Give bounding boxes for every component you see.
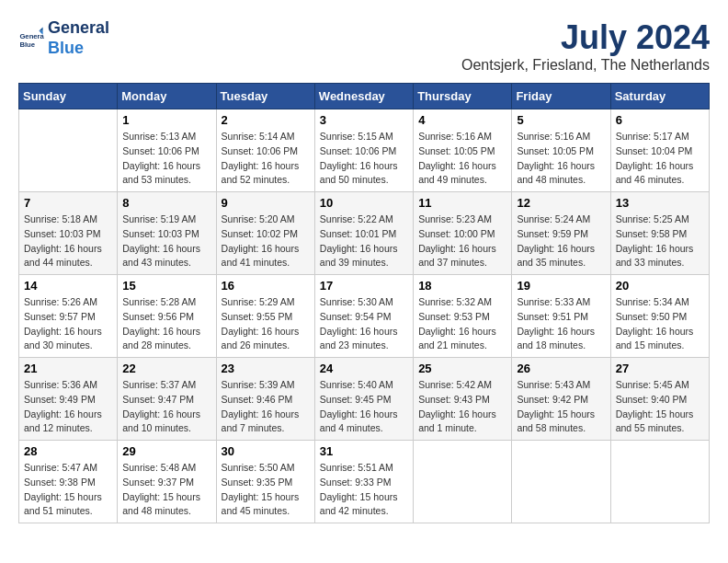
day-cell: 10Sunrise: 5:22 AM Sunset: 10:01 PM Dayl… (314, 192, 413, 275)
day-info: Sunrise: 5:47 AM Sunset: 9:38 PM Dayligh… (24, 461, 112, 519)
day-info: Sunrise: 5:39 AM Sunset: 9:46 PM Dayligh… (222, 378, 310, 436)
day-info: Sunrise: 5:16 AM Sunset: 10:05 PM Daylig… (517, 130, 605, 188)
svg-text:General: General (19, 32, 44, 40)
day-cell: 27Sunrise: 5:45 AM Sunset: 9:40 PM Dayli… (610, 358, 709, 441)
day-cell: 8Sunrise: 5:19 AM Sunset: 10:03 PM Dayli… (118, 192, 216, 275)
day-cell: 30Sunrise: 5:50 AM Sunset: 9:35 PM Dayli… (216, 441, 314, 523)
day-number: 11 (418, 196, 506, 210)
day-info: Sunrise: 5:24 AM Sunset: 9:59 PM Dayligh… (517, 213, 605, 270)
logo: General Blue General Blue (18, 18, 109, 58)
day-info: Sunrise: 5:23 AM Sunset: 10:00 PM Daylig… (418, 213, 506, 270)
day-info: Sunrise: 5:32 AM Sunset: 9:53 PM Dayligh… (418, 295, 506, 353)
week-row-3: 14Sunrise: 5:26 AM Sunset: 9:57 PM Dayli… (19, 275, 710, 358)
day-number: 18 (418, 279, 506, 293)
header-cell-tuesday: Tuesday (216, 84, 314, 109)
day-info: Sunrise: 5:19 AM Sunset: 10:03 PM Daylig… (122, 213, 210, 270)
day-info: Sunrise: 5:13 AM Sunset: 10:06 PM Daylig… (122, 130, 210, 188)
day-number: 17 (320, 279, 408, 293)
day-info: Sunrise: 5:36 AM Sunset: 9:49 PM Dayligh… (24, 378, 112, 436)
day-number: 27 (616, 362, 704, 375)
day-info: Sunrise: 5:14 AM Sunset: 10:06 PM Daylig… (222, 130, 310, 188)
day-info: Sunrise: 5:33 AM Sunset: 9:51 PM Dayligh… (517, 295, 605, 353)
day-info: Sunrise: 5:34 AM Sunset: 9:50 PM Dayligh… (616, 295, 704, 353)
location-subtitle: Oentsjerk, Friesland, The Netherlands (461, 57, 710, 74)
svg-marker-4 (39, 27, 42, 30)
day-cell: 2Sunrise: 5:14 AM Sunset: 10:06 PM Dayli… (216, 109, 314, 192)
day-number: 30 (222, 444, 310, 458)
day-info: Sunrise: 5:40 AM Sunset: 9:45 PM Dayligh… (320, 378, 408, 436)
svg-text:Blue: Blue (19, 40, 35, 49)
day-info: Sunrise: 5:18 AM Sunset: 10:03 PM Daylig… (24, 213, 112, 270)
calendar-table: SundayMondayTuesdayWednesdayThursdayFrid… (18, 83, 710, 523)
day-info: Sunrise: 5:29 AM Sunset: 9:55 PM Dayligh… (222, 295, 310, 353)
header-cell-wednesday: Wednesday (314, 84, 413, 109)
day-cell: 15Sunrise: 5:28 AM Sunset: 9:56 PM Dayli… (118, 275, 216, 358)
day-info: Sunrise: 5:26 AM Sunset: 9:57 PM Dayligh… (24, 295, 112, 353)
day-info: Sunrise: 5:37 AM Sunset: 9:47 PM Dayligh… (122, 378, 210, 436)
day-number: 16 (222, 279, 310, 293)
day-cell: 28Sunrise: 5:47 AM Sunset: 9:38 PM Dayli… (19, 441, 118, 523)
day-info: Sunrise: 5:45 AM Sunset: 9:40 PM Dayligh… (616, 378, 704, 436)
page-header: General Blue General Blue July 2024 Oent… (18, 18, 710, 74)
day-number: 25 (418, 362, 506, 375)
day-number: 26 (517, 362, 605, 375)
title-block: July 2024 Oentsjerk, Friesland, The Neth… (461, 18, 710, 74)
day-number: 19 (517, 279, 605, 293)
day-cell: 19Sunrise: 5:33 AM Sunset: 9:51 PM Dayli… (512, 275, 610, 358)
header-cell-sunday: Sunday (19, 84, 118, 109)
day-cell: 24Sunrise: 5:40 AM Sunset: 9:45 PM Dayli… (314, 358, 413, 441)
day-cell: 23Sunrise: 5:39 AM Sunset: 9:46 PM Dayli… (216, 358, 314, 441)
day-number: 23 (222, 362, 310, 375)
day-cell: 7Sunrise: 5:18 AM Sunset: 10:03 PM Dayli… (19, 192, 118, 275)
week-row-4: 21Sunrise: 5:36 AM Sunset: 9:49 PM Dayli… (19, 358, 710, 441)
day-info: Sunrise: 5:48 AM Sunset: 9:37 PM Dayligh… (122, 461, 210, 519)
day-cell: 6Sunrise: 5:17 AM Sunset: 10:04 PM Dayli… (610, 109, 709, 192)
day-cell: 31Sunrise: 5:51 AM Sunset: 9:33 PM Dayli… (314, 441, 413, 523)
day-cell: 21Sunrise: 5:36 AM Sunset: 9:49 PM Dayli… (19, 358, 118, 441)
day-number: 21 (24, 362, 112, 375)
day-cell (19, 109, 118, 192)
header-cell-friday: Friday (512, 84, 610, 109)
day-number: 9 (222, 196, 310, 210)
logo-text: General Blue (48, 18, 109, 58)
day-cell: 5Sunrise: 5:16 AM Sunset: 10:05 PM Dayli… (512, 109, 610, 192)
header-cell-monday: Monday (118, 84, 216, 109)
day-number: 2 (222, 113, 310, 127)
day-cell: 22Sunrise: 5:37 AM Sunset: 9:47 PM Dayli… (118, 358, 216, 441)
day-info: Sunrise: 5:17 AM Sunset: 10:04 PM Daylig… (616, 130, 704, 188)
month-title: July 2024 (461, 18, 710, 57)
day-number: 13 (616, 196, 704, 210)
day-info: Sunrise: 5:28 AM Sunset: 9:56 PM Dayligh… (122, 295, 210, 353)
day-info: Sunrise: 5:16 AM Sunset: 10:05 PM Daylig… (418, 130, 506, 188)
day-cell: 13Sunrise: 5:25 AM Sunset: 9:58 PM Dayli… (610, 192, 709, 275)
day-cell: 17Sunrise: 5:30 AM Sunset: 9:54 PM Dayli… (314, 275, 413, 358)
day-number: 4 (418, 113, 506, 127)
day-info: Sunrise: 5:22 AM Sunset: 10:01 PM Daylig… (320, 213, 408, 270)
day-cell: 20Sunrise: 5:34 AM Sunset: 9:50 PM Dayli… (610, 275, 709, 358)
day-number: 31 (320, 444, 408, 458)
day-number: 22 (122, 362, 210, 375)
day-cell: 4Sunrise: 5:16 AM Sunset: 10:05 PM Dayli… (414, 109, 512, 192)
week-row-2: 7Sunrise: 5:18 AM Sunset: 10:03 PM Dayli… (19, 192, 710, 275)
day-info: Sunrise: 5:42 AM Sunset: 9:43 PM Dayligh… (418, 378, 506, 436)
day-number: 28 (24, 444, 112, 458)
day-number: 10 (320, 196, 408, 210)
day-cell: 29Sunrise: 5:48 AM Sunset: 9:37 PM Dayli… (118, 441, 216, 523)
week-row-5: 28Sunrise: 5:47 AM Sunset: 9:38 PM Dayli… (19, 441, 710, 523)
header-cell-thursday: Thursday (414, 84, 512, 109)
day-cell: 26Sunrise: 5:43 AM Sunset: 9:42 PM Dayli… (512, 358, 610, 441)
day-cell: 16Sunrise: 5:29 AM Sunset: 9:55 PM Dayli… (216, 275, 314, 358)
day-number: 6 (616, 113, 704, 127)
day-cell: 12Sunrise: 5:24 AM Sunset: 9:59 PM Dayli… (512, 192, 610, 275)
day-cell: 18Sunrise: 5:32 AM Sunset: 9:53 PM Dayli… (414, 275, 512, 358)
day-number: 29 (122, 444, 210, 458)
calendar-header-row: SundayMondayTuesdayWednesdayThursdayFrid… (19, 84, 710, 109)
day-info: Sunrise: 5:50 AM Sunset: 9:35 PM Dayligh… (222, 461, 310, 519)
calendar-body: 1Sunrise: 5:13 AM Sunset: 10:06 PM Dayli… (19, 109, 710, 523)
day-info: Sunrise: 5:43 AM Sunset: 9:42 PM Dayligh… (517, 378, 605, 436)
day-info: Sunrise: 5:20 AM Sunset: 10:02 PM Daylig… (222, 213, 310, 270)
day-number: 3 (320, 113, 408, 127)
day-cell: 11Sunrise: 5:23 AM Sunset: 10:00 PM Dayl… (414, 192, 512, 275)
day-number: 20 (616, 279, 704, 293)
day-cell (512, 441, 610, 523)
